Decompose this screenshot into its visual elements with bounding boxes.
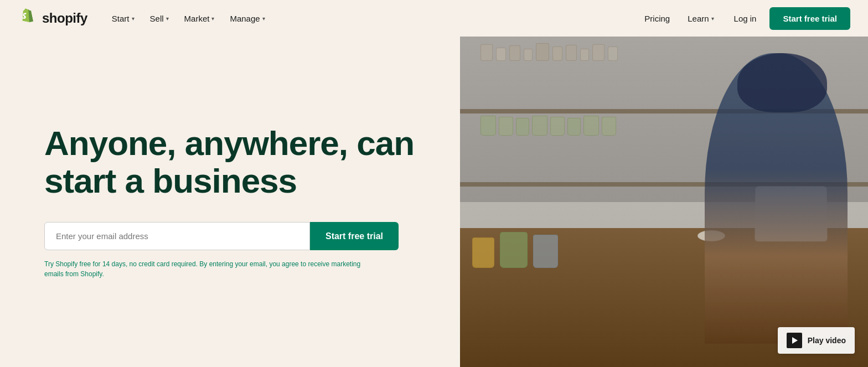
jar-5 [536, 43, 549, 61]
login-button[interactable]: Log in [725, 9, 766, 28]
disclaimer-text: Try Shopify free for 14 days, no credit … [44, 259, 365, 279]
hero-scene [460, 37, 868, 367]
email-input[interactable] [44, 222, 310, 250]
table-jar-blue [533, 235, 558, 268]
jar-2 [496, 48, 506, 61]
play-video-label: Play video [808, 336, 846, 345]
shopify-wordmark: shopify [42, 11, 87, 26]
nav-start[interactable]: Start ▾ [105, 9, 141, 28]
jar-green-8 [602, 117, 616, 136]
jar-10 [608, 46, 618, 61]
start-chevron-icon: ▾ [132, 15, 135, 22]
jar-green-5 [550, 117, 565, 136]
table-jars [472, 232, 558, 268]
learn-chevron-icon: ▾ [711, 15, 714, 22]
jar-8 [580, 49, 589, 61]
nav-learn[interactable]: Learn ▾ [681, 9, 720, 28]
jar-green-1 [480, 116, 496, 136]
top-shelf-jars [480, 43, 618, 61]
sell-chevron-icon: ▾ [166, 15, 169, 22]
navbar: shopify Start ▾ Sell ▾ Market ▾ Manage ▾… [0, 0, 868, 37]
nav-manage[interactable]: Manage ▾ [223, 9, 271, 28]
hero-heading: Anyone, anywhere, can start a business [44, 125, 427, 200]
jar-6 [552, 46, 562, 61]
market-chevron-icon: ▾ [211, 15, 214, 22]
nav-start-trial-button[interactable]: Start free trial [769, 7, 850, 30]
jar-1 [480, 44, 493, 61]
jar-7 [566, 45, 577, 61]
hero-content: Anyone, anywhere, can start a business S… [0, 37, 460, 367]
person-head-covering [737, 53, 827, 112]
jar-green-6 [567, 118, 581, 136]
play-video-button[interactable]: Play video [778, 327, 855, 354]
hero-image-area: Play video [460, 37, 868, 367]
table-jar-amber-1 [472, 237, 494, 268]
nav-pricing[interactable]: Pricing [638, 9, 676, 28]
navbar-left: shopify Start ▾ Sell ▾ Market ▾ Manage ▾ [18, 8, 272, 28]
manage-chevron-icon: ▾ [262, 15, 265, 22]
shopify-logo-icon [18, 8, 38, 28]
play-icon [787, 333, 802, 348]
jar-green-2 [499, 117, 513, 136]
nav-primary: Start ▾ Sell ▾ Market ▾ Manage ▾ [105, 9, 272, 28]
play-triangle-icon [792, 337, 798, 344]
jar-green-3 [516, 118, 529, 136]
jar-green-4 [532, 116, 547, 136]
nav-sell[interactable]: Sell ▾ [143, 9, 175, 28]
nav-market[interactable]: Market ▾ [178, 9, 221, 28]
hero-section: Anyone, anywhere, can start a business S… [0, 37, 868, 367]
hero-start-trial-button[interactable]: Start free trial [310, 222, 399, 250]
shopify-logo[interactable]: shopify [18, 8, 87, 28]
table-jar-green-1 [500, 232, 528, 268]
jar-9 [592, 44, 604, 61]
navbar-right: Pricing Learn ▾ Log in Start free trial [638, 7, 850, 30]
jar-4 [524, 49, 533, 61]
email-form: Start free trial [44, 222, 399, 250]
jar-green-7 [583, 116, 599, 136]
jar-3 [509, 45, 520, 61]
